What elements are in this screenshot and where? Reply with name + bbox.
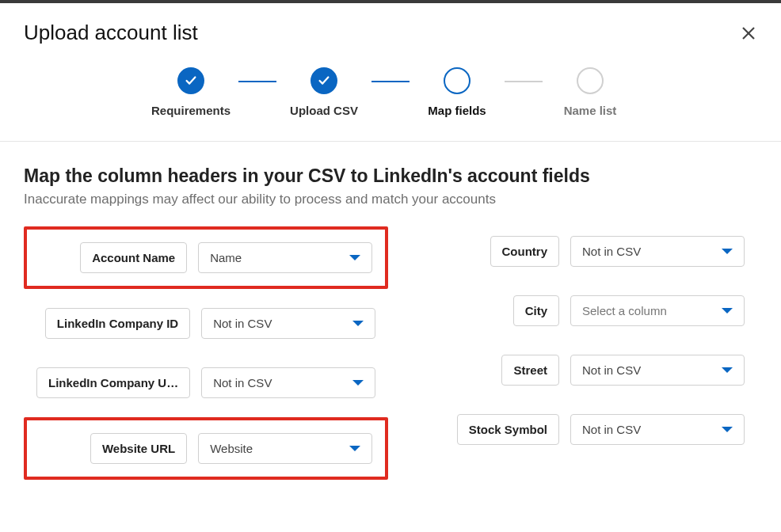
chevron-down-icon [352, 380, 364, 386]
chevron-down-icon [722, 308, 733, 314]
dropdown-street[interactable]: Not in CSV [570, 355, 745, 386]
chevron-down-icon [352, 321, 364, 326]
chevron-down-icon [722, 249, 733, 254]
dropdown-city[interactable]: Select a column [570, 295, 745, 326]
chevron-down-icon [349, 255, 360, 260]
step-label: Upload CSV [290, 104, 358, 117]
dropdown-value: Name [210, 251, 242, 264]
step-requirements[interactable]: Requirements [143, 67, 238, 117]
map-row-street: Street Not in CSV [436, 345, 757, 395]
chevron-down-icon [722, 427, 733, 432]
step-label: Name list [564, 104, 617, 117]
map-row-website-url: Website URL Website [24, 417, 388, 480]
map-row-linkedin-company-id: LinkedIn Company ID Not in CSV [24, 298, 388, 348]
step-map-fields[interactable]: Map fields [410, 67, 505, 117]
step-label: Requirements [151, 104, 230, 117]
field-label: Country [490, 236, 560, 267]
step-upload-csv[interactable]: Upload CSV [276, 67, 371, 117]
step-name-list: Name list [543, 67, 638, 117]
dropdown-value: Select a column [582, 304, 667, 317]
modal-title: Upload account list [24, 21, 198, 45]
dropdown-value: Not in CSV [582, 363, 641, 377]
field-label: Website URL [90, 433, 187, 464]
modal-header: Upload account list [0, 3, 781, 51]
step-connector [238, 81, 276, 82]
close-icon[interactable] [740, 25, 757, 42]
content-area: Map the column headers in your CSV to Li… [0, 142, 781, 489]
step-circle-complete [310, 67, 337, 94]
content-subtitle: Inaccurate mappings may affect our abili… [24, 192, 757, 207]
dropdown-website-url[interactable]: Website [198, 433, 372, 464]
dropdown-country[interactable]: Not in CSV [570, 236, 745, 267]
field-label: LinkedIn Company ID [45, 308, 190, 339]
field-label: Street [501, 355, 559, 386]
step-connector [505, 81, 543, 82]
chevron-down-icon [722, 367, 733, 373]
step-circle-current [444, 67, 471, 94]
dropdown-linkedin-company-id[interactable]: Not in CSV [201, 308, 375, 339]
map-row-city: City Select a column [436, 286, 757, 336]
field-label: Account Name [80, 242, 187, 273]
check-icon [317, 74, 331, 88]
step-circle-upcoming [577, 67, 604, 94]
dropdown-value: Not in CSV [213, 317, 272, 330]
dropdown-value: Not in CSV [582, 245, 641, 258]
map-row-country: Country Not in CSV [436, 226, 757, 276]
map-row-account-name: Account Name Name [24, 226, 388, 289]
step-circle-complete [177, 67, 204, 94]
content-title: Map the column headers in your CSV to Li… [24, 165, 757, 187]
dropdown-value: Website [210, 442, 253, 455]
dropdown-stock-symbol[interactable]: Not in CSV [570, 414, 745, 445]
map-row-linkedin-company-url: LinkedIn Company U… Not in CSV [24, 358, 388, 408]
field-label: Stock Symbol [457, 414, 559, 445]
map-row-stock-symbol: Stock Symbol Not in CSV [436, 405, 757, 454]
check-icon [184, 74, 198, 88]
dropdown-value: Not in CSV [213, 376, 272, 390]
field-label: LinkedIn Company U… [36, 367, 190, 398]
chevron-down-icon [349, 446, 360, 451]
mapping-column-right: Country Not in CSV City Select a column … [436, 226, 757, 489]
mapping-grid: Account Name Name LinkedIn Company ID No… [24, 226, 757, 489]
field-label: City [513, 295, 559, 326]
step-connector [371, 81, 410, 82]
step-label: Map fields [428, 104, 486, 117]
dropdown-value: Not in CSV [582, 423, 641, 436]
dropdown-account-name[interactable]: Name [198, 242, 372, 273]
mapping-column-left: Account Name Name LinkedIn Company ID No… [24, 226, 388, 489]
dropdown-linkedin-company-url[interactable]: Not in CSV [201, 367, 375, 398]
progress-stepper: Requirements Upload CSV Map fields Name … [0, 51, 781, 142]
